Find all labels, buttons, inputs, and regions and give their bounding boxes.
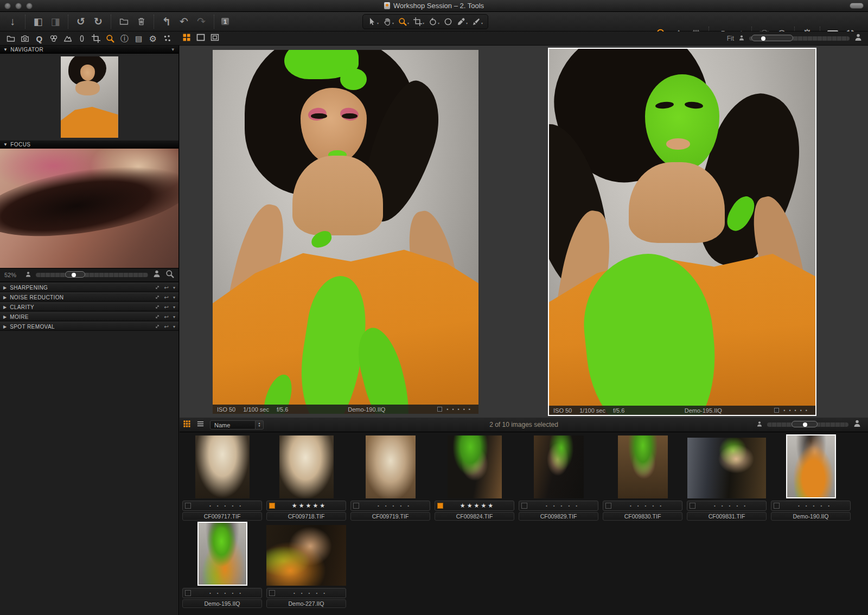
tab-exposure-icon[interactable] (61, 33, 74, 44)
star-rating[interactable]: ••••• (275, 591, 343, 595)
focus-preview[interactable] (0, 149, 178, 268)
tag-checkbox[interactable] (269, 503, 275, 509)
pan-tool-icon[interactable]: ▾ (381, 17, 395, 26)
expand-panel-icon[interactable] (155, 302, 160, 312)
tool-section-header[interactable]: ▶ SPOT REMOVAL ↩ ▾ (0, 322, 178, 331)
tag-checkbox[interactable] (185, 503, 191, 509)
thumbnail-image[interactable] (366, 435, 416, 498)
section-menu-icon[interactable]: ▾ (173, 305, 175, 310)
navigator-header[interactable]: ▼ NAVIGATOR ▼ (0, 46, 178, 54)
draw-mask-tool-icon[interactable]: ▾ (470, 17, 484, 26)
rating-dots[interactable]: ••••• (446, 407, 474, 412)
rotate-cw-icon[interactable]: ↻ (92, 15, 104, 28)
tag-checkbox[interactable] (521, 503, 527, 509)
section-menu-icon[interactable]: ▾ (173, 285, 175, 290)
overlay-tool-icon[interactable] (442, 17, 454, 26)
focus-header[interactable]: ▼ FOCUS (0, 140, 178, 149)
single-view-icon[interactable] (196, 33, 205, 44)
zoom-out-person-icon[interactable] (25, 270, 31, 280)
panel-menu-icon[interactable]: ▼ (171, 47, 175, 52)
tool-section-header[interactable]: ▶ MOIRE ↩ ▾ (0, 312, 178, 321)
tab-quick-icon[interactable]: Q (33, 33, 46, 44)
tab-composition-icon[interactable] (90, 33, 103, 44)
star-rating[interactable]: ••••• (695, 503, 764, 508)
tag-checkbox[interactable] (437, 407, 442, 412)
thumbnail-image[interactable] (534, 435, 584, 498)
tool-section-header[interactable]: ▶ CLARITY ↩ ▾ (0, 303, 178, 311)
thumbnail-image[interactable] (448, 435, 502, 498)
thumbnail-image[interactable] (786, 434, 836, 498)
zoom-in-person-icon[interactable] (152, 270, 161, 280)
star-rating[interactable]: ••••• (611, 503, 680, 508)
thumb-smaller-icon[interactable] (756, 420, 763, 430)
viewer-image-demo-195[interactable]: ISO 50 1/100 sec f/5.6 Demo-195.IIQ ••••… (548, 48, 816, 416)
tab-adjustments-icon[interactable] (161, 33, 174, 44)
browser-list-view-icon[interactable] (196, 420, 205, 430)
redo-icon[interactable]: ↷ (195, 15, 207, 28)
section-menu-icon[interactable]: ▾ (173, 315, 175, 319)
tool-section-header[interactable]: ▶ NOISE REDUCTION ↩ ▾ (0, 293, 178, 302)
tool-section-header[interactable]: ▶ SHARPENING ↩ ▾ (0, 283, 178, 292)
zoom-tool-icon[interactable]: ▾ (397, 17, 411, 26)
trash-icon[interactable] (135, 15, 147, 28)
crop-tool-icon[interactable]: ▾ (412, 17, 426, 26)
thumbnail-image[interactable] (618, 435, 668, 498)
tab-capture-icon[interactable] (18, 33, 31, 44)
browser-grid-view-icon[interactable] (183, 420, 191, 430)
proof-view-icon[interactable] (210, 33, 219, 44)
star-rating[interactable]: ••••• (359, 503, 427, 508)
reset-adjustments-icon[interactable]: ↩ (164, 294, 169, 300)
viewer-image-demo-190[interactable]: ISO 50 1/100 sec f/5.6 Demo-190.IIQ ••••… (213, 50, 478, 414)
star-rating[interactable]: ★★★★★ (275, 502, 343, 509)
thumb-larger-icon[interactable] (853, 419, 861, 430)
undo-icon[interactable]: ↶ (178, 15, 190, 28)
next-capture-icon[interactable]: ◨ (49, 15, 61, 28)
expand-panel-icon[interactable] (155, 322, 160, 331)
tag-checkbox[interactable] (185, 590, 191, 596)
tag-checkbox[interactable] (269, 590, 275, 596)
thumbnail-size-slider[interactable] (767, 421, 848, 428)
rotate-tool-icon[interactable]: ▾ (427, 17, 441, 26)
navigator-thumbnail[interactable] (61, 56, 118, 138)
revert-icon[interactable]: ↰ (161, 15, 173, 28)
viewer-zoom-slider[interactable] (749, 35, 850, 42)
tag-checkbox[interactable] (437, 503, 443, 509)
thumbnail-image[interactable] (687, 438, 766, 498)
tab-lens-icon[interactable] (75, 33, 88, 44)
zoom-in-person-icon[interactable] (854, 33, 863, 44)
thumbnail-image[interactable] (197, 522, 247, 586)
star-rating[interactable]: ••••• (191, 503, 259, 508)
expand-panel-icon[interactable] (155, 312, 160, 322)
tab-info-icon[interactable]: ⓘ (118, 33, 131, 44)
tag-checkbox[interactable] (690, 503, 695, 509)
reset-adjustments-icon[interactable]: ↩ (164, 304, 169, 310)
section-menu-icon[interactable]: ▾ (173, 324, 175, 329)
toolbar-toggle-capsule[interactable] (850, 3, 864, 9)
rotate-ccw-icon[interactable]: ↺ (75, 15, 87, 28)
tag-checkbox[interactable] (605, 503, 611, 509)
reset-adjustments-icon[interactable]: ↩ (164, 324, 169, 330)
tab-details-icon[interactable] (104, 33, 117, 44)
tab-color-icon[interactable] (47, 33, 60, 44)
tag-checkbox[interactable] (353, 503, 359, 509)
expand-panel-icon[interactable] (155, 283, 160, 292)
tag-checkbox[interactable] (774, 503, 780, 509)
move-to-folder-icon[interactable] (118, 15, 130, 28)
sort-direction-stepper[interactable]: ▲▼ (256, 420, 264, 430)
import-images-icon[interactable]: ↓ (7, 15, 18, 28)
reset-adjustments-icon[interactable]: ↩ (164, 314, 169, 320)
focus-zoom-slider[interactable] (36, 272, 148, 278)
pick-focus-point-icon[interactable] (165, 270, 174, 280)
thumbnail-image[interactable] (279, 435, 334, 498)
previous-capture-icon[interactable]: ◧ (32, 15, 44, 28)
tab-metadata-icon[interactable]: ▤ (132, 33, 145, 44)
star-rating[interactable]: ••••• (780, 503, 848, 508)
pick-color-tool-icon[interactable]: ▾ (455, 17, 469, 26)
star-rating[interactable]: ••••• (191, 591, 259, 595)
tab-library-icon[interactable] (4, 33, 17, 44)
star-rating[interactable]: ••••• (527, 503, 596, 508)
rating-dots[interactable]: ••••• (783, 408, 811, 413)
select-tool-icon[interactable]: ▾ (366, 17, 380, 26)
reset-adjustments-icon[interactable]: ↩ (164, 285, 169, 291)
tab-settings-icon[interactable]: ⚙ (146, 33, 159, 44)
